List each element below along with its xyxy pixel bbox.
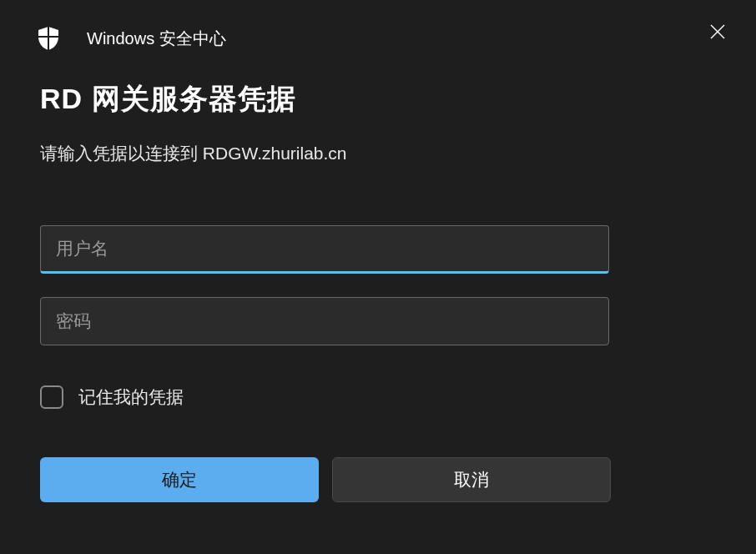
dialog-title: RD 网关服务器凭据: [40, 80, 716, 118]
username-input[interactable]: [40, 225, 609, 274]
password-input[interactable]: [40, 297, 609, 345]
button-row: 确定 取消: [40, 457, 716, 502]
remember-credentials-checkbox[interactable]: [40, 385, 63, 409]
close-icon: [709, 23, 726, 40]
remember-credentials-row[interactable]: 记住我的凭据: [40, 385, 716, 409]
cancel-button[interactable]: 取消: [332, 457, 611, 502]
header-title: Windows 安全中心: [87, 28, 226, 50]
dialog-header: Windows 安全中心: [0, 0, 756, 70]
shield-icon: [33, 23, 63, 53]
ok-button[interactable]: 确定: [40, 457, 319, 502]
dialog-content: RD 网关服务器凭据 请输入凭据以连接到 RDGW.zhurilab.cn 记住…: [0, 70, 756, 502]
close-button[interactable]: [701, 15, 734, 48]
remember-credentials-label: 记住我的凭据: [78, 385, 184, 409]
dialog-subtitle: 请输入凭据以连接到 RDGW.zhurilab.cn: [40, 142, 716, 165]
